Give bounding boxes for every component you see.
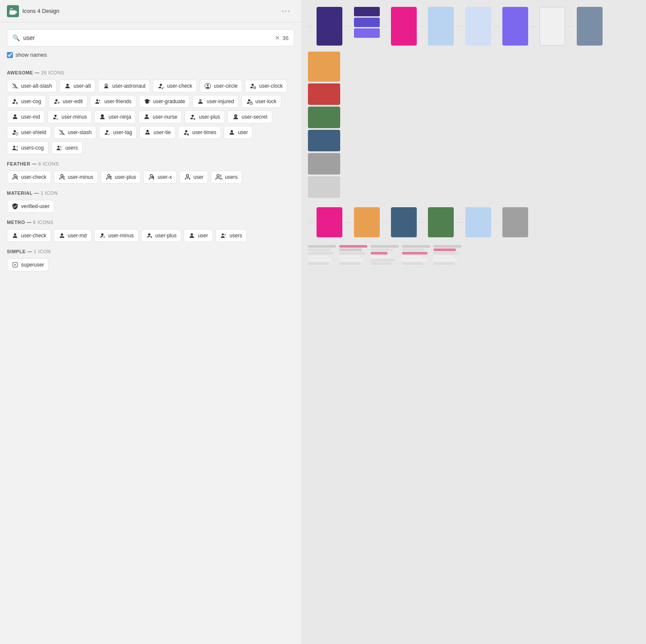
thumb-r2-4[interactable] (428, 207, 454, 237)
thumb-r2-3[interactable] (391, 207, 417, 237)
thumb-row-1: ··· ··· ··· ··· ··· ··· ··· ··· (308, 7, 639, 46)
icon-chip-metro-user[interactable]: user (184, 229, 212, 242)
icon-chip-users-awesome[interactable]: users (51, 141, 83, 154)
icon-chip-user-tie[interactable]: user-tie (139, 126, 175, 139)
search-input[interactable] (23, 34, 272, 41)
icon-chip-user-alt[interactable]: user-alt (59, 80, 95, 92)
icon-chip-user-minus[interactable]: user-minus (47, 110, 92, 123)
list-group-1 (308, 245, 336, 265)
thumb-row-2: ··· ··· ··· ··· ··· ··· (308, 207, 639, 237)
list-line (308, 245, 336, 248)
dots-r2-6: ··· (494, 220, 500, 225)
icon-chip-metro-user-check[interactable]: user-check (7, 229, 51, 242)
thumb-card-2[interactable] (391, 7, 417, 46)
list-line (402, 245, 430, 248)
icon-chip-users-cog[interactable]: users-cog (7, 141, 49, 154)
section-metro-header: METRO — 6 ICONS (7, 220, 294, 225)
icon-chip-feather-users[interactable]: users (211, 171, 242, 184)
thumb-card-3[interactable] (428, 7, 454, 46)
thumb-r2-2[interactable] (354, 207, 380, 237)
list-line (339, 262, 360, 265)
icon-chip-user-clock[interactable]: user-clock (245, 80, 287, 92)
svg-point-32 (16, 149, 18, 150)
img-orange[interactable] (308, 52, 340, 82)
search-bar: 🔍 ✕ 36 (7, 29, 294, 46)
icon-chip-user-times[interactable]: user-times (178, 126, 221, 139)
show-names-label[interactable]: show names (15, 52, 47, 58)
icon-chip-user-graduate[interactable]: user-graduate (139, 95, 190, 108)
img-light-gray[interactable] (308, 176, 340, 198)
svg-point-51 (148, 233, 150, 236)
icon-chip-user-friends[interactable]: user-friends (90, 95, 136, 108)
icon-chip-user-nurse[interactable]: user-nurse (138, 110, 182, 123)
icon-chip-user-check[interactable]: user-check (153, 80, 197, 92)
icon-chip-user-awesome[interactable]: user (224, 126, 252, 139)
dots-r2-5: ··· (456, 220, 462, 225)
dots-r2-1: ··· (308, 220, 314, 225)
thumb-card-1[interactable] (317, 7, 342, 46)
thumb-mini-2[interactable] (354, 18, 380, 27)
icon-chip-user-edit[interactable]: user-edit (49, 95, 88, 108)
icon-chip-user-secret[interactable]: user-secret (228, 110, 272, 123)
icon-chip-user-shield[interactable]: user-shield (7, 126, 51, 139)
svg-point-4 (66, 84, 68, 86)
svg-point-12 (99, 100, 100, 101)
result-count: 36 (283, 35, 289, 41)
thumb-r2-6[interactable] (502, 207, 528, 237)
list-line (308, 252, 333, 255)
icon-chip-feather-user-check[interactable]: user-check (7, 171, 51, 184)
thumb-card-7[interactable] (577, 7, 603, 46)
icon-chip-feather-user-minus[interactable]: user-minus (54, 171, 98, 184)
dots-8: ··· (568, 24, 574, 29)
icon-chip-metro-user-plus[interactable]: user-plus (141, 229, 181, 242)
icon-chip-user-circle[interactable]: user-circle (200, 80, 242, 92)
clear-search-button[interactable]: ✕ (272, 34, 283, 42)
icon-chip-user-injured[interactable]: user-injured (192, 95, 238, 108)
icon-chip-user-astronaut[interactable]: user-astronaut (98, 80, 150, 92)
img-teal[interactable] (308, 130, 340, 151)
img-gray[interactable] (308, 153, 340, 175)
list-line (371, 245, 399, 248)
icon-chip-user-ninja[interactable]: user-ninja (94, 110, 136, 123)
icon-chip-user-tag[interactable]: user-tag (99, 126, 137, 139)
icon-chip-user-md[interactable]: user-md (7, 110, 45, 123)
feather-icons-grid: user-check user-minus user-plus user-x u… (7, 171, 294, 184)
img-green[interactable] (308, 107, 340, 128)
thumb-r2-5[interactable] (465, 207, 491, 237)
svg-point-46 (14, 233, 16, 236)
list-line (371, 259, 394, 261)
icon-chip-metro-user-minus[interactable]: user-minus (94, 229, 138, 242)
svg-point-34 (60, 146, 61, 147)
thumb-mini-3[interactable] (354, 28, 380, 38)
icon-chip-user-lock[interactable]: user-lock (241, 95, 281, 108)
icon-chip-metro-users[interactable]: users (215, 229, 247, 242)
icon-chip-user-alt-slash[interactable]: user-alt-slash (7, 80, 57, 92)
list-line (308, 262, 329, 265)
svg-point-35 (14, 175, 16, 177)
icon-chip-metro-user-md[interactable]: user-md (54, 229, 92, 242)
thumb-card-4[interactable] (465, 7, 491, 46)
svg-point-45 (217, 175, 219, 177)
icon-chip-feather-user-plus[interactable]: user-plus (101, 171, 141, 184)
icon-chip-user-slash[interactable]: user-slash (54, 126, 96, 139)
thumb-card-6[interactable] (539, 7, 565, 46)
svg-point-56 (224, 234, 225, 235)
thumb-mini-1[interactable] (354, 7, 380, 16)
icon-chip-verified-user[interactable]: verified-user (7, 200, 54, 213)
img-red[interactable] (308, 83, 340, 105)
list-line (371, 255, 391, 258)
icon-chip-user-cog[interactable]: user-cog (7, 95, 46, 108)
more-menu-button[interactable]: ··· (278, 5, 294, 17)
icon-chip-superuser[interactable]: superuser (7, 258, 49, 271)
list-line (434, 262, 455, 265)
thumb-card-5[interactable] (502, 7, 528, 46)
dots-6: ··· (494, 24, 500, 29)
icon-chip-feather-user[interactable]: user (179, 171, 208, 184)
list-line (339, 252, 365, 255)
thumb-r2-1[interactable] (317, 207, 342, 237)
show-names-checkbox[interactable] (7, 52, 13, 58)
list-line (402, 259, 426, 261)
svg-point-8 (207, 84, 209, 86)
icon-chip-user-plus[interactable]: user-plus (185, 110, 225, 123)
icon-chip-feather-user-x[interactable]: user-x (143, 171, 176, 184)
